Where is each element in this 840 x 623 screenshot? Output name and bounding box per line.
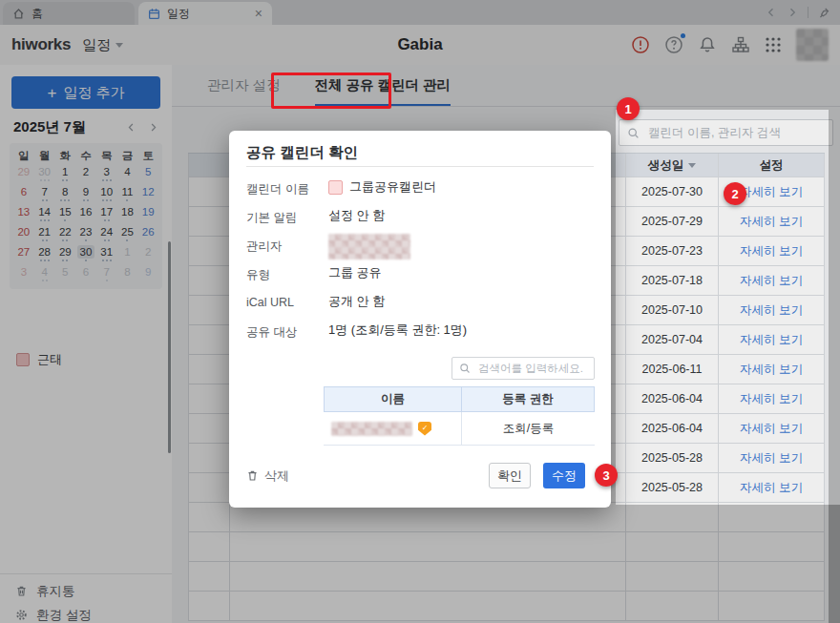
member-table-header: 이름 등록 권한 <box>324 386 595 412</box>
dim-overlay <box>616 505 840 623</box>
member-name-blurred <box>331 422 412 436</box>
divider <box>246 166 594 167</box>
modal-field-row: 공유 대상1명 (조회/등록 권한: 1명) <box>246 322 594 350</box>
column-permission: 등록 권한 <box>461 387 594 411</box>
annotation-step-1: 1 <box>617 97 640 120</box>
field-label: 유형 <box>246 264 328 283</box>
modal-field-row: 관리자 <box>246 236 594 264</box>
field-label: 공유 대상 <box>246 322 328 341</box>
dim-overlay-light <box>616 110 829 505</box>
trash-icon <box>246 469 259 482</box>
field-value <box>328 236 410 260</box>
member-row: ✓ 조회/등록 <box>324 412 595 446</box>
modal-field-row: iCal URL공개 안 함 <box>246 293 594 322</box>
calendar-color-swatch <box>328 180 343 195</box>
delete-label: 삭제 <box>264 467 289 485</box>
member-table: 이름 등록 권한 ✓ 조회/등록 <box>324 386 595 446</box>
search-icon <box>459 363 471 374</box>
field-label: 기본 알림 <box>246 207 328 226</box>
field-value: 공개 안 함 <box>328 293 385 310</box>
modal-title: 공유 캘린더 확인 <box>246 143 358 163</box>
delete-button[interactable]: 삭제 <box>246 467 289 485</box>
annotation-step-3: 3 <box>595 464 618 487</box>
field-value: 1명 (조회/등록 권한: 1명) <box>328 322 467 339</box>
shared-calendar-confirm-modal: 공유 캘린더 확인 캘린더 이름그룹공유캘린더기본 알림설정 안 함관리자유형그… <box>229 131 611 508</box>
field-label: 캘린더 이름 <box>246 178 328 197</box>
field-value: 설정 안 함 <box>328 207 385 224</box>
column-name: 이름 <box>325 387 461 411</box>
field-label: iCal URL <box>246 293 328 309</box>
member-search-input[interactable] <box>476 362 587 375</box>
shield-badge-icon: ✓ <box>418 422 431 436</box>
modal-field-row: 기본 알림설정 안 함 <box>246 207 594 236</box>
field-value: 그룹공유캘린더 <box>328 178 436 196</box>
member-permission: 조회/등록 <box>461 412 595 445</box>
confirm-button[interactable]: 확인 <box>489 463 531 488</box>
field-value: 그룹 공유 <box>328 264 382 281</box>
edit-button[interactable]: 수정 <box>543 463 585 488</box>
field-label: 관리자 <box>246 236 328 255</box>
annotation-step-2: 2 <box>724 182 746 205</box>
modal-field-row: 유형그룹 공유 <box>246 264 594 293</box>
dim-overlay <box>0 0 840 110</box>
admin-name-blurred <box>328 234 410 260</box>
member-search-box <box>452 357 595 380</box>
modal-field-row: 캘린더 이름그룹공유캘린더 <box>246 178 594 207</box>
